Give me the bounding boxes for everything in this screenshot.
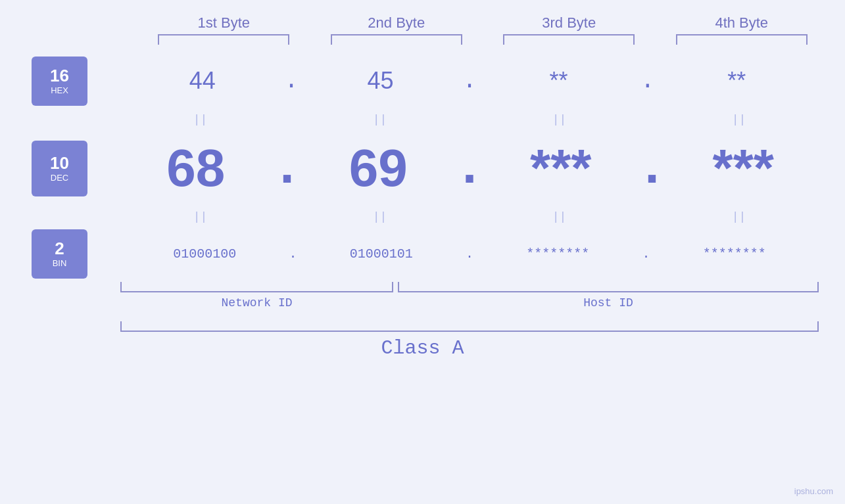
full-bracket-line bbox=[120, 321, 819, 332]
class-label: Class A bbox=[381, 337, 464, 359]
byte-label-2: 2nd Byte bbox=[324, 14, 469, 32]
dec-values-row: 68 . 69 . *** . *** bbox=[87, 138, 845, 198]
hex-val-1: 44 bbox=[120, 67, 284, 95]
byte-headers: 1st Byte 2nd Byte 3rd Byte 4th Byte bbox=[137, 14, 828, 32]
dec-val-3: *** bbox=[485, 138, 636, 198]
hex-values-row: 44 . 45 . ** . ** bbox=[87, 67, 845, 95]
dec-val-4: *** bbox=[668, 138, 819, 198]
main-container: 1st Byte 2nd Byte 3rd Byte 4th Byte 16 H… bbox=[0, 0, 845, 504]
byte-label-4: 4th Byte bbox=[669, 14, 814, 32]
hex-sep-2: . bbox=[462, 68, 477, 95]
dec-row: 10 DEC 68 . 69 . *** . *** bbox=[0, 129, 845, 208]
dec-sep-3: . bbox=[636, 139, 667, 198]
dec-badge: 10 DEC bbox=[32, 141, 87, 196]
hex-row: 16 HEX 44 . 45 . ** . ** bbox=[0, 51, 845, 110]
network-bracket-line bbox=[120, 282, 393, 292]
network-id-label: Network ID bbox=[221, 296, 292, 309]
bin-row: 2 BIN 01000100 . 01000101 . ******** . *… bbox=[0, 226, 845, 282]
dec-val-1: 68 bbox=[120, 138, 271, 198]
watermark: ipshu.com bbox=[794, 486, 833, 497]
dec-sep-1: . bbox=[271, 139, 302, 198]
class-label-container: Class A bbox=[0, 337, 845, 359]
top-bracket-2 bbox=[331, 34, 462, 45]
bin-val-3: ******** bbox=[473, 246, 642, 262]
byte-label-3: 3rd Byte bbox=[496, 14, 641, 32]
host-id-label: Host ID bbox=[583, 296, 633, 309]
byte-label-1: 1st Byte bbox=[151, 14, 296, 32]
network-id-bracket: Network ID bbox=[120, 282, 393, 309]
host-bracket-line bbox=[398, 282, 819, 292]
dec-sep-2: . bbox=[454, 139, 485, 198]
bottom-brackets-area: Network ID Host ID Class A bbox=[0, 282, 845, 361]
dec-val-2: 69 bbox=[303, 138, 454, 198]
bin-badge: 2 BIN bbox=[32, 229, 87, 279]
hex-badge: 16 HEX bbox=[32, 57, 87, 106]
host-id-bracket: Host ID bbox=[398, 282, 819, 309]
bin-sep-1: . bbox=[289, 246, 297, 262]
hex-sep-1: . bbox=[284, 68, 299, 95]
hex-val-4: ** bbox=[655, 67, 819, 95]
hex-val-3: ** bbox=[477, 67, 640, 95]
hex-val-2: 45 bbox=[299, 67, 462, 95]
top-bracket-4 bbox=[676, 34, 808, 45]
hex-sep-3: . bbox=[640, 68, 655, 95]
equals-row-1: || || || || bbox=[120, 110, 845, 129]
bin-val-1: 01000100 bbox=[120, 246, 289, 262]
top-bracket-1 bbox=[158, 34, 289, 45]
bin-val-4: ******** bbox=[650, 246, 819, 262]
top-brackets bbox=[137, 34, 828, 45]
bin-values-row: 01000100 . 01000101 . ******** . *******… bbox=[87, 246, 845, 262]
bin-sep-2: . bbox=[466, 246, 473, 262]
top-bracket-3 bbox=[503, 34, 635, 45]
equals-row-2: || || || || bbox=[120, 208, 845, 226]
bin-sep-3: . bbox=[642, 246, 650, 262]
bin-val-2: 01000101 bbox=[297, 246, 466, 262]
